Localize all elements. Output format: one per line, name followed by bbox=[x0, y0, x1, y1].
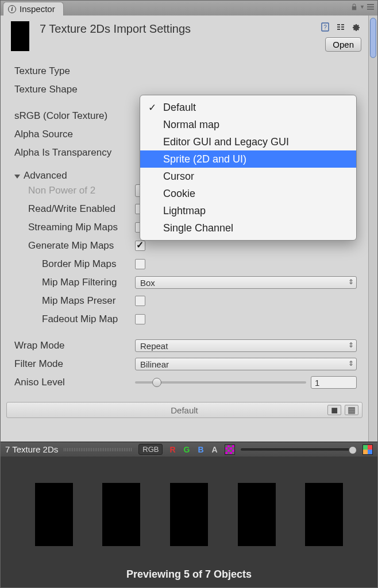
gear-icon[interactable] bbox=[350, 21, 361, 33]
label-texture-shape: Texture Shape bbox=[14, 84, 135, 95]
inspector-window: i Inspector ▼ 7 Texture 2Ds Import Setti… bbox=[0, 0, 378, 588]
content-area: 7 Texture 2Ds Import Settings ? Open Tex… bbox=[1, 16, 377, 442]
tab-bar-controls: ▼ bbox=[351, 3, 374, 11]
dropdown-item[interactable]: Sprite (2D and UI) bbox=[140, 150, 356, 168]
label-border-mip: Border Mip Maps bbox=[14, 258, 135, 270]
label-gen-mip: Generate Mip Maps bbox=[14, 240, 135, 252]
svg-text:?: ? bbox=[323, 24, 327, 30]
label-texture-type: Texture Type bbox=[14, 65, 135, 77]
preview-mode-icon[interactable] bbox=[362, 444, 373, 455]
checkbox-mip-preserve[interactable] bbox=[135, 296, 145, 306]
checker-icon[interactable] bbox=[225, 444, 235, 455]
dropdown-item[interactable]: ✓Default bbox=[140, 99, 356, 116]
platform-icon-1[interactable]: ◼ bbox=[327, 405, 341, 415]
select-filter[interactable]: Bilinear bbox=[135, 358, 357, 370]
checkbox-gen-mip[interactable] bbox=[135, 241, 145, 251]
foldout-icon bbox=[14, 175, 20, 179]
slider-aniso[interactable]: 1 bbox=[135, 376, 357, 389]
main-panel: 7 Texture 2Ds Import Settings ? Open Tex… bbox=[1, 16, 368, 442]
preview-zoom-slider[interactable] bbox=[241, 448, 357, 451]
dropdown-item[interactable]: Single Channel bbox=[140, 219, 356, 237]
page-title: 7 Texture 2Ds Import Settings bbox=[40, 21, 310, 36]
texture-type-dropdown: ✓DefaultNormal mapEditor GUI and Legacy … bbox=[140, 95, 357, 241]
label-alpha-transparency: Alpha Is Transparency bbox=[14, 147, 135, 158]
preview-thumb bbox=[170, 483, 208, 546]
label-filter: Filter Mode bbox=[14, 358, 135, 370]
channel-g[interactable]: G bbox=[183, 444, 191, 455]
dropdown-item[interactable]: Editor GUI and Legacy GUI bbox=[140, 133, 356, 150]
vertical-scrollbar[interactable] bbox=[368, 16, 377, 442]
select-wrap[interactable]: Repeat bbox=[135, 339, 357, 352]
lock-icon[interactable] bbox=[351, 3, 357, 11]
section-label: Advanced bbox=[24, 170, 67, 181]
preview-thumb bbox=[102, 483, 140, 546]
preview-slider-knob[interactable] bbox=[349, 446, 357, 454]
rgb-toggle[interactable]: RGB bbox=[138, 444, 163, 455]
label-non-power: Non Power of 2 bbox=[14, 185, 135, 196]
help-icon[interactable]: ? bbox=[320, 21, 331, 33]
platform-icon-2[interactable]: ▦ bbox=[345, 405, 358, 415]
preview-thumb bbox=[305, 483, 343, 546]
label-srgb: sRGB (Color Texture) bbox=[14, 110, 135, 122]
slider-knob[interactable] bbox=[152, 378, 161, 387]
preview-thumb bbox=[35, 483, 73, 546]
open-button[interactable]: Open bbox=[325, 37, 361, 52]
preview-area: Previewing 5 of 7 Objects bbox=[1, 457, 377, 587]
presets-icon[interactable] bbox=[335, 21, 346, 33]
preview-toolbar: 7 Texture 2Ds RGB R G B A bbox=[1, 442, 377, 457]
label-aniso: Aniso Level bbox=[14, 377, 135, 388]
label-wrap: Wrap Mode bbox=[14, 340, 135, 351]
header: 7 Texture 2Ds Import Settings ? Open bbox=[1, 16, 368, 56]
channel-b[interactable]: B bbox=[196, 444, 205, 455]
channel-r[interactable]: R bbox=[168, 444, 176, 455]
dropdown-item[interactable]: Cursor bbox=[140, 168, 356, 185]
label-fadeout: Fadeout Mip Map bbox=[14, 314, 135, 325]
label-streaming: Streaming Mip Maps bbox=[14, 222, 135, 233]
dropdown-item[interactable]: Normal map bbox=[140, 116, 356, 133]
dropdown-item-label: Normal map bbox=[163, 119, 219, 131]
dropdown-caret-icon[interactable]: ▼ bbox=[360, 4, 365, 10]
preview-title: 7 Texture 2Ds bbox=[5, 444, 58, 454]
asset-thumbnail bbox=[11, 21, 29, 51]
dropdown-item[interactable]: Cookie bbox=[140, 185, 356, 202]
label-mip-preserve: Mip Maps Preser bbox=[14, 295, 135, 307]
dropdown-item-label: Single Channel bbox=[163, 222, 233, 234]
platform-default-bar[interactable]: Default ◼ ▦ bbox=[6, 402, 362, 418]
scroll-thumb[interactable] bbox=[370, 18, 376, 58]
dropdown-item-label: Lightmap bbox=[163, 205, 206, 217]
label-alpha-source: Alpha Source bbox=[14, 129, 135, 140]
preview-drag-handle[interactable] bbox=[64, 448, 133, 451]
tab-bar: i Inspector ▼ bbox=[1, 1, 377, 16]
dropdown-item-label: Cursor bbox=[163, 171, 194, 183]
number-aniso[interactable]: 1 bbox=[311, 376, 357, 389]
preview-footer: Previewing 5 of 7 Objects bbox=[1, 564, 377, 587]
select-mip-filter[interactable]: Box bbox=[135, 276, 357, 289]
label-rw: Read/Write Enabled bbox=[14, 203, 135, 215]
check-icon: ✓ bbox=[148, 102, 156, 114]
preview-thumb bbox=[238, 483, 276, 546]
dropdown-item-label: Cookie bbox=[163, 188, 195, 200]
checkbox-fadeout[interactable] bbox=[135, 314, 145, 324]
info-icon: i bbox=[8, 5, 16, 13]
tab-label: Inspector bbox=[20, 4, 55, 14]
preview-thumbnails bbox=[1, 457, 377, 564]
dropdown-item[interactable]: Lightmap bbox=[140, 202, 356, 219]
checkbox-border-mip[interactable] bbox=[135, 259, 145, 269]
default-bar-label: Default bbox=[171, 405, 198, 415]
label-mip-filter: Mip Map Filtering bbox=[14, 277, 135, 288]
dropdown-item-label: Default bbox=[163, 102, 196, 114]
dropdown-item-label: Sprite (2D and UI) bbox=[163, 153, 246, 165]
hamburger-icon[interactable] bbox=[367, 4, 374, 10]
channel-a[interactable]: A bbox=[211, 444, 219, 455]
tab-inspector[interactable]: i Inspector bbox=[3, 2, 64, 16]
dropdown-item-label: Editor GUI and Legacy GUI bbox=[163, 136, 289, 148]
